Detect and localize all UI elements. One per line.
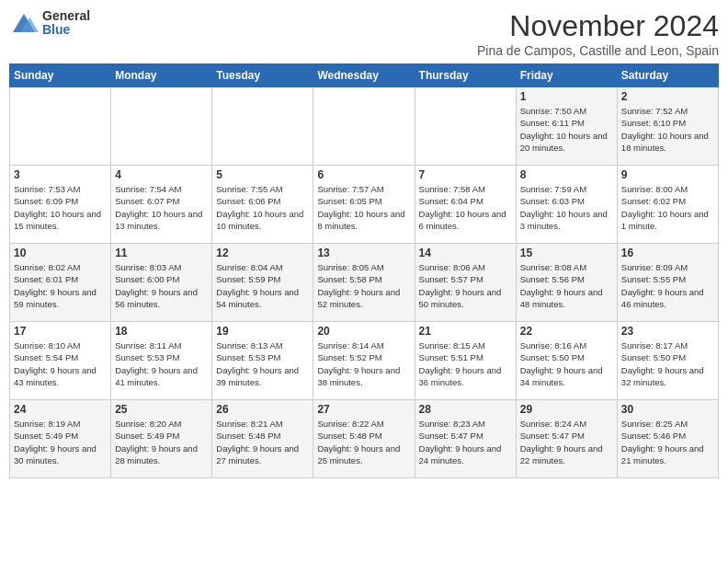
day-number: 30 <box>621 403 714 416</box>
day-number: 6 <box>317 168 410 181</box>
day-number: 3 <box>14 168 107 181</box>
day-info: Sunrise: 7:53 AM Sunset: 6:09 PM Dayligh… <box>14 183 107 232</box>
day-number: 28 <box>419 403 512 416</box>
calendar-cell: 15Sunrise: 8:08 AM Sunset: 5:56 PM Dayli… <box>516 244 617 322</box>
day-info: Sunrise: 8:09 AM Sunset: 5:55 PM Dayligh… <box>621 261 714 310</box>
logo-general-text: General <box>42 9 90 23</box>
day-info: Sunrise: 7:57 AM Sunset: 6:05 PM Dayligh… <box>317 183 410 232</box>
day-info: Sunrise: 8:04 AM Sunset: 5:59 PM Dayligh… <box>216 261 309 310</box>
day-number: 26 <box>216 403 309 416</box>
day-info: Sunrise: 8:05 AM Sunset: 5:58 PM Dayligh… <box>317 261 410 310</box>
calendar-cell: 21Sunrise: 8:15 AM Sunset: 5:51 PM Dayli… <box>415 322 516 400</box>
day-number: 21 <box>419 325 512 338</box>
calendar-cell: 19Sunrise: 8:13 AM Sunset: 5:53 PM Dayli… <box>212 322 313 400</box>
logo-icon <box>9 10 39 36</box>
calendar-cell: 17Sunrise: 8:10 AM Sunset: 5:54 PM Dayli… <box>10 322 111 400</box>
day-info: Sunrise: 8:08 AM Sunset: 5:56 PM Dayligh… <box>520 261 613 310</box>
calendar-week-row: 17Sunrise: 8:10 AM Sunset: 5:54 PM Dayli… <box>10 322 719 400</box>
calendar-cell: 25Sunrise: 8:20 AM Sunset: 5:49 PM Dayli… <box>111 400 212 478</box>
calendar-header-row: SundayMondayTuesdayWednesdayThursdayFrid… <box>10 64 719 87</box>
day-info: Sunrise: 8:13 AM Sunset: 5:53 PM Dayligh… <box>216 339 309 388</box>
day-info: Sunrise: 8:14 AM Sunset: 5:52 PM Dayligh… <box>317 339 410 388</box>
calendar-cell: 16Sunrise: 8:09 AM Sunset: 5:55 PM Dayli… <box>617 244 718 322</box>
day-number: 20 <box>317 325 410 338</box>
day-header-sunday: Sunday <box>10 64 111 87</box>
day-info: Sunrise: 8:16 AM Sunset: 5:50 PM Dayligh… <box>520 339 613 388</box>
day-info: Sunrise: 8:25 AM Sunset: 5:46 PM Dayligh… <box>621 418 714 466</box>
calendar-cell <box>111 87 212 166</box>
day-header-thursday: Thursday <box>415 64 516 87</box>
day-info: Sunrise: 8:06 AM Sunset: 5:57 PM Dayligh… <box>419 261 512 310</box>
day-info: Sunrise: 8:15 AM Sunset: 5:51 PM Dayligh… <box>419 339 512 388</box>
day-info: Sunrise: 8:11 AM Sunset: 5:53 PM Dayligh… <box>115 339 208 388</box>
calendar-cell: 13Sunrise: 8:05 AM Sunset: 5:58 PM Dayli… <box>313 244 415 322</box>
calendar-cell <box>10 87 111 166</box>
day-info: Sunrise: 8:00 AM Sunset: 6:02 PM Dayligh… <box>621 183 714 232</box>
day-info: Sunrise: 8:24 AM Sunset: 5:47 PM Dayligh… <box>520 418 613 466</box>
day-number: 13 <box>317 247 410 259</box>
calendar-cell: 20Sunrise: 8:14 AM Sunset: 5:52 PM Dayli… <box>313 322 415 400</box>
day-info: Sunrise: 8:10 AM Sunset: 5:54 PM Dayligh… <box>14 339 107 388</box>
day-number: 22 <box>520 325 613 338</box>
day-number: 9 <box>621 168 714 181</box>
day-number: 16 <box>621 247 714 259</box>
logo-blue-text: Blue <box>42 23 90 37</box>
day-number: 4 <box>115 168 208 181</box>
day-number: 15 <box>520 247 613 259</box>
page-header: General Blue November 2024 Pina de Campo… <box>9 9 719 58</box>
day-number: 18 <box>115 325 208 338</box>
calendar-cell <box>313 87 415 166</box>
day-info: Sunrise: 8:23 AM Sunset: 5:47 PM Dayligh… <box>419 418 512 466</box>
calendar-cell: 1Sunrise: 7:50 AM Sunset: 6:11 PM Daylig… <box>516 87 617 166</box>
calendar-cell: 27Sunrise: 8:22 AM Sunset: 5:48 PM Dayli… <box>313 400 415 478</box>
calendar-cell: 2Sunrise: 7:52 AM Sunset: 6:10 PM Daylig… <box>617 87 718 166</box>
calendar-week-row: 24Sunrise: 8:19 AM Sunset: 5:49 PM Dayli… <box>10 400 719 478</box>
logo: General Blue <box>9 9 90 38</box>
calendar-cell: 3Sunrise: 7:53 AM Sunset: 6:09 PM Daylig… <box>10 166 111 244</box>
day-info: Sunrise: 8:19 AM Sunset: 5:49 PM Dayligh… <box>14 418 107 466</box>
day-number: 24 <box>14 403 107 416</box>
calendar-cell: 24Sunrise: 8:19 AM Sunset: 5:49 PM Dayli… <box>10 400 111 478</box>
calendar-cell: 7Sunrise: 7:58 AM Sunset: 6:04 PM Daylig… <box>415 166 516 244</box>
day-number: 8 <box>520 168 613 181</box>
calendar-cell: 28Sunrise: 8:23 AM Sunset: 5:47 PM Dayli… <box>415 400 516 478</box>
day-info: Sunrise: 7:59 AM Sunset: 6:03 PM Dayligh… <box>520 183 613 232</box>
calendar-cell: 18Sunrise: 8:11 AM Sunset: 5:53 PM Dayli… <box>111 322 212 400</box>
day-header-monday: Monday <box>111 64 212 87</box>
day-info: Sunrise: 8:02 AM Sunset: 6:01 PM Dayligh… <box>14 261 107 310</box>
calendar-cell: 30Sunrise: 8:25 AM Sunset: 5:46 PM Dayli… <box>617 400 718 478</box>
day-number: 11 <box>115 247 208 259</box>
title-section: November 2024 Pina de Campos, Castille a… <box>477 9 719 58</box>
calendar-cell: 8Sunrise: 7:59 AM Sunset: 6:03 PM Daylig… <box>516 166 617 244</box>
calendar-cell: 11Sunrise: 8:03 AM Sunset: 6:00 PM Dayli… <box>111 244 212 322</box>
calendar-cell: 9Sunrise: 8:00 AM Sunset: 6:02 PM Daylig… <box>617 166 718 244</box>
day-info: Sunrise: 7:52 AM Sunset: 6:10 PM Dayligh… <box>621 105 714 154</box>
day-number: 5 <box>216 168 309 181</box>
day-info: Sunrise: 8:21 AM Sunset: 5:48 PM Dayligh… <box>216 418 309 466</box>
day-number: 25 <box>115 403 208 416</box>
day-info: Sunrise: 7:54 AM Sunset: 6:07 PM Dayligh… <box>115 183 208 232</box>
calendar-week-row: 10Sunrise: 8:02 AM Sunset: 6:01 PM Dayli… <box>10 244 719 322</box>
calendar-cell: 5Sunrise: 7:55 AM Sunset: 6:06 PM Daylig… <box>212 166 313 244</box>
day-info: Sunrise: 7:50 AM Sunset: 6:11 PM Dayligh… <box>520 105 613 154</box>
calendar-table: SundayMondayTuesdayWednesdayThursdayFrid… <box>9 63 719 478</box>
day-info: Sunrise: 8:20 AM Sunset: 5:49 PM Dayligh… <box>115 418 208 466</box>
calendar-cell: 10Sunrise: 8:02 AM Sunset: 6:01 PM Dayli… <box>10 244 111 322</box>
day-number: 19 <box>216 325 309 338</box>
day-header-friday: Friday <box>516 64 617 87</box>
calendar-week-row: 3Sunrise: 7:53 AM Sunset: 6:09 PM Daylig… <box>10 166 719 244</box>
calendar-week-row: 1Sunrise: 7:50 AM Sunset: 6:11 PM Daylig… <box>10 87 719 166</box>
day-number: 17 <box>14 325 107 338</box>
day-number: 29 <box>520 403 613 416</box>
day-number: 10 <box>14 247 107 259</box>
calendar-cell <box>212 87 313 166</box>
day-number: 7 <box>419 168 512 181</box>
calendar-cell: 14Sunrise: 8:06 AM Sunset: 5:57 PM Dayli… <box>415 244 516 322</box>
day-number: 12 <box>216 247 309 259</box>
month-title: November 2024 <box>477 9 719 43</box>
day-info: Sunrise: 8:17 AM Sunset: 5:50 PM Dayligh… <box>621 339 714 388</box>
logo-text: General Blue <box>42 9 90 38</box>
calendar-cell: 6Sunrise: 7:57 AM Sunset: 6:05 PM Daylig… <box>313 166 415 244</box>
location-subtitle: Pina de Campos, Castille and Leon, Spain <box>477 43 719 58</box>
day-header-saturday: Saturday <box>617 64 718 87</box>
